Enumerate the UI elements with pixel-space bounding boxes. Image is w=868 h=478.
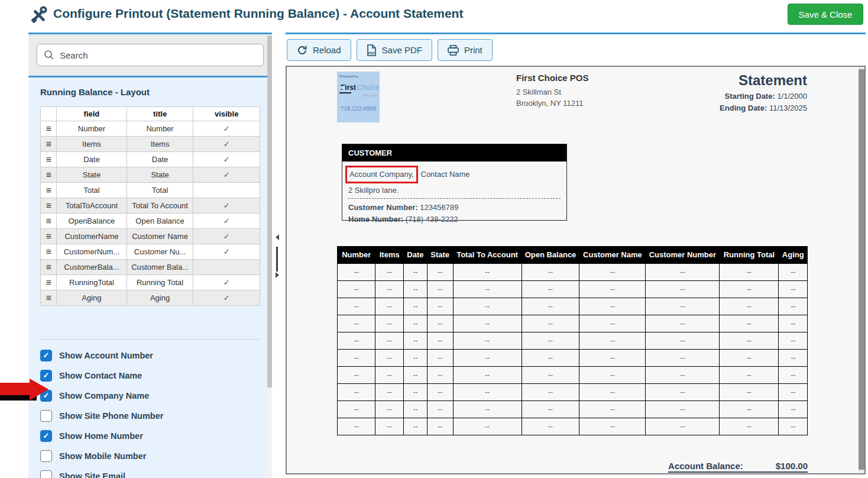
drag-handle-icon[interactable]: ≡ xyxy=(41,229,57,244)
print-label: Print xyxy=(464,45,482,55)
drag-handle-icon[interactable]: ≡ xyxy=(41,290,57,306)
drag-handle-icon[interactable]: ≡ xyxy=(41,152,57,167)
ending-date-label: Ending Date: xyxy=(720,104,767,112)
field-cell: CustomerNum... xyxy=(57,244,127,260)
save-pdf-button[interactable]: PDF Save PDF xyxy=(357,39,432,61)
drag-handle-icon[interactable]: ≡ xyxy=(41,260,57,275)
checkbox-row-show-home-number: ✓Show Home Number xyxy=(40,429,260,442)
statement-cell: -- xyxy=(720,401,779,418)
layout-table-row-items: ≡ItemsItems✓ xyxy=(41,137,260,152)
statement-cell: -- xyxy=(404,264,427,281)
statement-cell: -- xyxy=(522,350,579,367)
layout-panel: Running Balance - Layout field title vis… xyxy=(28,76,272,478)
statement-cell: -- xyxy=(720,367,779,384)
statement-cell: -- xyxy=(375,384,404,401)
save-pdf-label: Save PDF xyxy=(382,45,422,55)
statement-cell: -- xyxy=(375,315,404,332)
search-input[interactable] xyxy=(60,50,257,60)
statement-cell: -- xyxy=(338,281,375,298)
preview-scrollbar-thumb[interactable] xyxy=(859,69,864,470)
visible-cell[interactable]: ✓ xyxy=(193,229,260,244)
layout-table-row-runningtotal: ≡RunningTotalRunning Total✓ xyxy=(41,275,260,290)
visible-cell[interactable]: ✓ xyxy=(193,290,260,306)
customer-box: CUSTOMER Account Company, Contact Name 2… xyxy=(342,144,567,221)
visible-cell[interactable]: ✓ xyxy=(193,121,260,137)
save-close-button[interactable]: Save & Close xyxy=(788,4,863,25)
statement-table-row: -------------------- xyxy=(338,350,808,367)
visible-cell[interactable]: ✓ xyxy=(193,152,260,167)
visible-cell[interactable]: ✓ xyxy=(193,167,260,183)
reload-button[interactable]: Reload xyxy=(287,39,351,61)
statement-cell: -- xyxy=(338,298,375,315)
visible-cell[interactable]: ✓ xyxy=(193,137,260,152)
search-icon xyxy=(44,50,54,60)
checkbox-show-account-number[interactable]: ✓ xyxy=(40,350,52,361)
visible-cell[interactable] xyxy=(193,260,260,275)
title-cell: Total xyxy=(127,183,193,198)
statement-cell: -- xyxy=(522,418,579,435)
statement-table-row: -------------------- xyxy=(338,418,808,435)
drag-handle-icon[interactable]: ≡ xyxy=(41,275,57,290)
statement-cell: -- xyxy=(779,315,808,332)
statement-cell: -- xyxy=(453,367,522,384)
checkbox-show-site-phone-number[interactable] xyxy=(40,410,52,422)
collapse-right-icon[interactable] xyxy=(276,272,279,278)
statement-cell: -- xyxy=(522,281,579,298)
customer-box-header: CUSTOMER xyxy=(342,144,566,162)
statement-cell: -- xyxy=(720,332,779,350)
collapse-left-icon[interactable] xyxy=(276,234,279,240)
customer-address: 2 Skillpro lane. xyxy=(348,185,561,196)
statement-cell: -- xyxy=(646,401,720,418)
layout-table-row-openbalance: ≡OpenBalanceOpen Balance✓ xyxy=(41,214,260,229)
drag-handle-icon[interactable]: ≡ xyxy=(41,121,57,137)
statement-cell: -- xyxy=(427,315,453,332)
title-cell: Aging xyxy=(127,290,193,306)
checkbox-show-site-email[interactable] xyxy=(40,470,52,478)
statement-cell: -- xyxy=(522,401,579,418)
statement-column-number: Number xyxy=(338,247,375,264)
statement-cell: -- xyxy=(720,281,779,298)
statement-table-row: -------------------- xyxy=(338,401,808,418)
drag-handle-icon[interactable]: ≡ xyxy=(41,198,57,214)
visible-cell[interactable]: ✓ xyxy=(193,275,260,290)
field-cell: Aging xyxy=(57,290,127,306)
statement-cell: -- xyxy=(453,315,522,332)
configure-printout-window: Configure Printout (Statement Running Ba… xyxy=(0,0,868,478)
checkbox-show-home-number[interactable]: ✓ xyxy=(40,430,52,442)
statement-cell: -- xyxy=(453,264,522,281)
drag-handle-icon[interactable]: ≡ xyxy=(41,244,57,260)
checkbox-show-mobile-number[interactable] xyxy=(40,450,52,462)
printer-icon xyxy=(448,45,459,56)
statement-cell: -- xyxy=(779,264,808,281)
reload-icon xyxy=(297,45,307,56)
drag-handle-icon[interactable]: ≡ xyxy=(41,214,57,229)
visible-cell[interactable]: ✓ xyxy=(193,214,260,229)
statement-cell: -- xyxy=(404,401,427,418)
visible-cell[interactable] xyxy=(193,183,260,198)
statement-table-row: -------------------- xyxy=(338,315,808,332)
title-cell: State xyxy=(127,167,193,183)
checkbox-label: Show Home Number xyxy=(59,431,143,441)
statement-cell: -- xyxy=(579,315,646,332)
drag-handle-icon[interactable]: ≡ xyxy=(41,167,57,183)
statement-cell: -- xyxy=(779,281,808,298)
visible-cell[interactable]: ✓ xyxy=(193,244,260,260)
statement-cell: -- xyxy=(375,281,404,298)
preview-scrollbar[interactable] xyxy=(859,67,864,473)
panel-splitter[interactable] xyxy=(273,33,284,478)
drag-handle-column-header xyxy=(41,107,57,121)
statement-cell: -- xyxy=(579,418,646,435)
starting-date-label: Starting Date: xyxy=(725,92,775,101)
drag-handle-icon[interactable]: ≡ xyxy=(41,137,57,152)
statement-cell: -- xyxy=(404,350,427,367)
statement-cell: -- xyxy=(404,418,427,435)
sidebar-scrollbar[interactable] xyxy=(267,34,272,478)
splitter-grip[interactable] xyxy=(276,247,278,272)
drag-handle-icon[interactable]: ≡ xyxy=(41,183,57,198)
sidebar-scrollbar-thumb[interactable] xyxy=(267,35,272,387)
checkbox-label: Show Site Phone Number xyxy=(59,411,163,421)
visible-cell[interactable]: ✓ xyxy=(193,198,260,214)
statement-cell: -- xyxy=(427,281,453,298)
account-balance-value: $100.00 xyxy=(776,461,808,471)
print-button[interactable]: Print xyxy=(438,39,493,61)
